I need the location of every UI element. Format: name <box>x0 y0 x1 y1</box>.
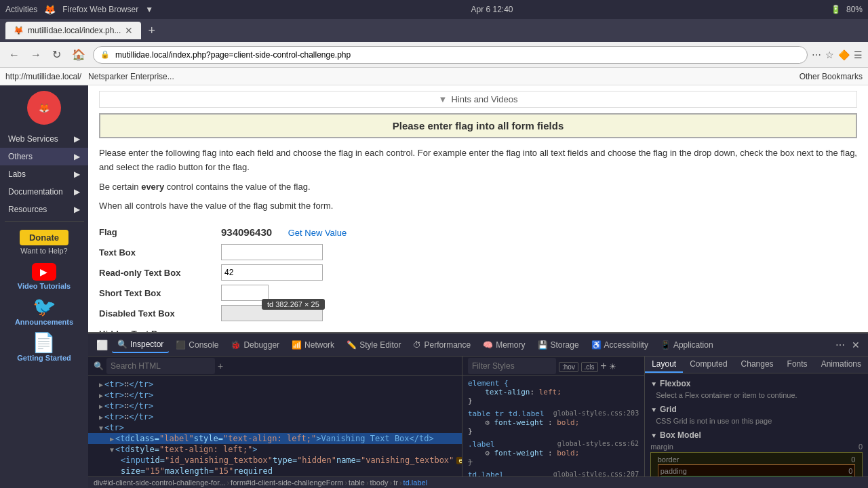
documentation-label: Documentation <box>8 187 63 197</box>
devtools-pick-element[interactable]: ⬜ <box>94 338 111 352</box>
breadcrumb-sep-3: › <box>390 479 393 487</box>
html-add-button[interactable]: + <box>218 361 223 371</box>
storage-tab[interactable]: 💾 Storage <box>532 338 585 352</box>
grid-title[interactable]: ▼ Grid <box>650 405 863 414</box>
firefox-logo: 🦊 <box>27 91 61 125</box>
style-editor-tab[interactable]: ✏️ Style Editor <box>341 338 406 352</box>
refresh-button[interactable]: ↻ <box>49 47 64 62</box>
layout-tab-animations[interactable]: Animations <box>814 357 868 373</box>
box-model-title[interactable]: ▼ Box Model <box>650 430 863 440</box>
bookmark-mutillidae[interactable]: http://mutillidae.local/ <box>5 72 81 81</box>
accessibility-tab[interactable]: ♿ Accessibility <box>586 338 654 352</box>
instructions-p1: Please enter the following flag into eac… <box>99 146 857 175</box>
video-tutorials-section[interactable]: ▶ Video Tutorials <box>18 263 71 290</box>
memory-icon: 🧠 <box>483 340 493 350</box>
layout-tab-layout[interactable]: Layout <box>645 357 683 373</box>
browser-title: Firefox Web Browser <box>62 5 138 14</box>
layout-tab-computed[interactable]: Computed <box>683 357 734 373</box>
url-input[interactable] <box>113 47 800 63</box>
text-box-row: Text Box <box>99 242 347 262</box>
memory-tab[interactable]: 🧠 Memory <box>477 338 530 352</box>
tooltip-text: td 382.267 × 25 <box>267 300 319 308</box>
css-filter-input[interactable] <box>468 358 556 374</box>
burp-icon[interactable]: 🔶 <box>838 49 850 60</box>
breadcrumb-item-1[interactable]: form#id-client-side-challengeForm <box>231 479 343 487</box>
announcements-icon: 🐦 <box>33 296 56 318</box>
announcements-section[interactable]: 🐦 Announcements <box>15 296 73 326</box>
breadcrumb-item-2[interactable]: table <box>349 479 365 487</box>
browser-tab[interactable]: 🦊 mutillidae.local/index.ph... ✕ <box>5 22 141 39</box>
layout-tab-changes[interactable]: Changes <box>734 357 781 373</box>
tab-close-button[interactable]: ✕ <box>125 25 133 36</box>
layout-content: ▼ Flexbox Select a Flex container or ite… <box>645 373 868 476</box>
inspector-tab[interactable]: 🔍 Inspector <box>112 337 169 353</box>
sidebar-item-documentation[interactable]: Documentation ▶ <box>0 183 88 201</box>
html-line-td-selected[interactable]: ▶ <td class="label" style="text-align: l… <box>88 433 462 444</box>
devtools-close-button[interactable]: ✕ <box>849 338 863 352</box>
breadcrumb-item-3[interactable]: tbody <box>370 479 389 487</box>
sidebar-item-web-services[interactable]: Web Services ▶ <box>0 130 88 148</box>
browser-dropdown[interactable]: ▼ <box>145 5 153 14</box>
hints-arrow-icon: ▼ <box>439 94 448 104</box>
performance-icon: ⏱ <box>413 340 421 350</box>
menu-button[interactable]: ☰ <box>854 49 863 60</box>
web-services-label: Web Services <box>8 134 58 144</box>
readonly-text-box-input[interactable] <box>221 264 323 281</box>
announcements-label: Announcements <box>15 318 73 326</box>
donate-button[interactable]: Donate <box>20 230 68 245</box>
getting-started-section[interactable]: 📄 Getting Started <box>17 331 71 362</box>
bookmark-icon[interactable]: ☆ <box>825 49 834 60</box>
form-section: Flag 934096430 Get New Value Text Box <box>99 222 857 332</box>
home-button[interactable]: 🏠 <box>68 47 89 62</box>
flag-banner: Please enter flag into all form fields <box>99 113 857 138</box>
topbar-right: 🔋 80% <box>831 5 863 14</box>
devtools-more-button[interactable]: ⋯ <box>833 338 848 352</box>
extensions-icon[interactable]: ⋯ <box>812 49 821 60</box>
html-line-input-attrs: size="15" maxlength="15" required <box>88 466 462 476</box>
flag-label: Flag <box>99 227 117 237</box>
layout-tab-fonts[interactable]: Fonts <box>781 357 814 373</box>
back-button[interactable]: ← <box>5 47 23 62</box>
layout-tabs: Layout Computed Changes Fonts Animations <box>645 357 868 373</box>
debugger-tab[interactable]: 🐞 Debugger <box>225 338 285 352</box>
bookmark-netsparker[interactable]: Netsparker Enterprise... <box>88 72 174 81</box>
css-rule-table-label: table tr td.label global-styles.css:203 … <box>468 409 639 436</box>
resources-label: Resources <box>8 205 47 214</box>
breadcrumb-item-4[interactable]: tr <box>393 479 398 487</box>
browser-chrome: 🦊 mutillidae.local/index.ph... ✕ + ← → ↻… <box>0 19 868 85</box>
css-prop-1: ⚙ <box>485 418 490 427</box>
tab-favicon: 🦊 <box>14 26 24 35</box>
html-search-input[interactable] <box>106 358 215 374</box>
breadcrumb-item-5[interactable]: td.label <box>403 479 427 487</box>
url-bar[interactable]: 🔒 <box>93 46 808 64</box>
css-add-button[interactable]: + <box>600 360 606 372</box>
hints-bar[interactable]: ▼ Hints and Videos <box>99 91 857 108</box>
application-icon: 📱 <box>660 340 671 350</box>
css-class-button[interactable]: .cls <box>581 362 598 372</box>
flexbox-title[interactable]: ▼ Flexbox <box>650 379 863 388</box>
get-new-value-link[interactable]: Get New Value <box>288 228 347 238</box>
sidebar-item-others[interactable]: Others ▶ <box>0 148 88 165</box>
sidebar-item-resources[interactable]: Resources ▶ <box>0 201 88 218</box>
new-tab-button[interactable]: + <box>144 24 159 38</box>
forward-button[interactable]: → <box>27 47 45 62</box>
readonly-value-cell <box>221 262 347 283</box>
resources-arrow: ▶ <box>74 205 80 214</box>
breadcrumb-sep-4: › <box>399 479 402 487</box>
bookmarks-bar: http://mutillidae.local/ Netsparker Ente… <box>0 68 868 85</box>
short-text-box-input[interactable] <box>221 285 269 301</box>
css-light-button[interactable]: ☀ <box>609 362 616 371</box>
text-box-input[interactable] <box>221 244 323 260</box>
other-bookmarks[interactable]: Other Bookmarks <box>800 72 863 81</box>
activities-label[interactable]: Activities <box>5 5 37 14</box>
application-tab[interactable]: 📱 Application <box>655 338 719 352</box>
event-badge[interactable]: event <box>456 457 462 464</box>
disabled-text-label: Disabled Text Box <box>99 303 221 323</box>
breadcrumb-item-0[interactable]: div#id-client-side-control-challenge-for… <box>94 479 225 487</box>
network-tab[interactable]: 📶 Network <box>286 338 340 352</box>
layout-panel: Layout Computed Changes Fonts Animations… <box>645 357 868 476</box>
console-tab[interactable]: ⬛ Console <box>170 338 224 352</box>
css-hover-button[interactable]: :hov <box>559 362 578 372</box>
performance-tab[interactable]: ⏱ Performance <box>408 338 476 352</box>
sidebar-item-labs[interactable]: Labs ▶ <box>0 165 88 183</box>
